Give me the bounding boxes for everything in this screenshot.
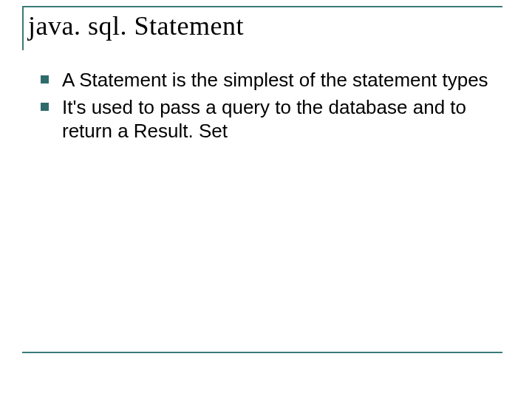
- bullet-text: It's used to pass a query to the databas…: [62, 95, 491, 143]
- bullet-text: A Statement is the simplest of the state…: [62, 68, 488, 92]
- title-frame: java. sql. Statement: [22, 6, 502, 50]
- square-bullet-icon: [41, 103, 49, 111]
- slide-body: A Statement is the simplest of the state…: [41, 68, 491, 146]
- list-item: A Statement is the simplest of the state…: [41, 68, 491, 92]
- slide-title: java. sql. Statement: [28, 12, 502, 41]
- square-bullet-icon: [41, 75, 49, 83]
- footer-divider: [22, 352, 502, 353]
- slide: java. sql. Statement A Statement is the …: [0, 0, 532, 399]
- list-item: It's used to pass a query to the databas…: [41, 95, 491, 143]
- title-area: java. sql. Statement: [22, 6, 502, 50]
